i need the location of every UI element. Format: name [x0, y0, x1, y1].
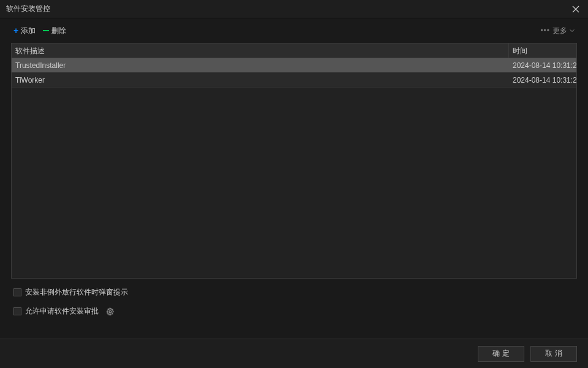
chevron-down-icon — [570, 26, 575, 35]
svg-line-9 — [112, 314, 113, 314]
cell-time: 2024-08-14 10:31:23 — [509, 59, 576, 72]
svg-point-3 — [109, 310, 111, 312]
more-button[interactable]: ••• 更多 — [540, 26, 575, 36]
allow-approval-option: 允许申请软件安装审批 — [13, 306, 575, 317]
delete-label: 删除 — [51, 26, 66, 36]
svg-line-11 — [112, 309, 113, 309]
popup-prompt-checkbox[interactable] — [13, 288, 21, 296]
table-body: TrustedInstaller2024-08-14 10:31:23TiWor… — [12, 58, 576, 88]
cell-desc: TiWorker — [12, 73, 509, 87]
add-button[interactable]: + 添加 — [13, 26, 36, 36]
svg-line-10 — [108, 314, 108, 314]
allow-approval-checkbox[interactable] — [13, 307, 21, 315]
settings-button[interactable] — [106, 307, 115, 316]
options-area: 安装非例外放行软件时弹窗提示 允许申请软件安装审批 — [0, 279, 588, 317]
table-row[interactable]: TiWorker2024-08-14 10:31:23 — [12, 73, 576, 88]
delete-button[interactable]: 删除 — [43, 26, 66, 36]
svg-line-8 — [108, 309, 108, 309]
toolbar: + 添加 删除 ••• 更多 — [0, 18, 588, 43]
ok-button[interactable]: 确定 — [478, 346, 524, 362]
table-row[interactable]: TrustedInstaller2024-08-14 10:31:23 — [12, 58, 576, 73]
footer: 确定 取消 — [0, 339, 588, 368]
table-header: 软件描述 时间 — [12, 43, 576, 58]
header-time[interactable]: 时间 — [509, 43, 576, 58]
dots-icon: ••• — [540, 26, 550, 35]
gear-icon — [106, 307, 115, 316]
window-title: 软件安装管控 — [6, 4, 50, 14]
software-table: 软件描述 时间 TrustedInstaller2024-08-14 10:31… — [11, 43, 577, 279]
more-label: 更多 — [552, 26, 567, 36]
close-button[interactable] — [570, 3, 582, 15]
popup-prompt-label: 安装非例外放行软件时弹窗提示 — [25, 287, 128, 298]
minus-icon — [43, 30, 49, 31]
cancel-button[interactable]: 取消 — [530, 346, 577, 362]
add-label: 添加 — [21, 26, 36, 36]
toolbar-left: + 添加 删除 — [13, 26, 66, 36]
close-icon — [572, 6, 579, 13]
allow-approval-label: 允许申请软件安装审批 — [25, 306, 99, 317]
titlebar: 软件安装管控 — [0, 0, 588, 18]
popup-prompt-option: 安装非例外放行软件时弹窗提示 — [13, 287, 575, 298]
cell-time: 2024-08-14 10:31:23 — [509, 73, 576, 87]
plus-icon: + — [13, 26, 18, 36]
cell-desc: TrustedInstaller — [12, 59, 509, 72]
header-desc[interactable]: 软件描述 — [12, 43, 509, 58]
